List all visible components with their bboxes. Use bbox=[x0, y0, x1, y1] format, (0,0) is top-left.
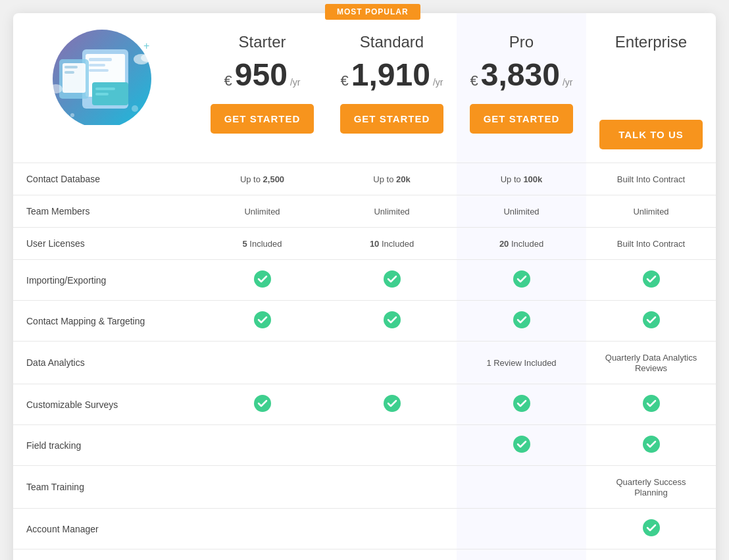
svg-point-23 bbox=[254, 311, 271, 328]
plan-name-enterprise: Enterprise bbox=[599, 33, 703, 51]
price-currency-pro: € bbox=[470, 72, 478, 89]
feature-3-plan-0 bbox=[197, 260, 327, 301]
svg-rect-12 bbox=[95, 93, 109, 95]
feature-10-plan-2: €200 Per License bbox=[457, 549, 586, 561]
svg-text:+: + bbox=[143, 40, 149, 51]
svg-point-14 bbox=[141, 54, 153, 62]
feature-row-8: Team TrainingQuarterly Success Planning bbox=[13, 466, 716, 509]
feature-row-10: Additional User Licenses€200 Per License… bbox=[13, 549, 716, 561]
svg-rect-8 bbox=[64, 66, 78, 68]
check-icon bbox=[384, 311, 401, 328]
feature-4-plan-3 bbox=[586, 301, 716, 342]
svg-rect-5 bbox=[89, 69, 109, 72]
svg-rect-3 bbox=[89, 58, 112, 61]
feature-10-plan-3: Built Into Contract bbox=[586, 549, 716, 561]
svg-point-33 bbox=[643, 519, 660, 536]
plan-name-starter: Starter bbox=[211, 33, 314, 51]
svg-point-27 bbox=[254, 395, 271, 412]
price-amount-starter: 950 bbox=[235, 59, 288, 91]
cta-button-standard[interactable]: GET STARTED bbox=[340, 104, 443, 134]
feature-1-plan-1: Unlimited bbox=[327, 195, 457, 228]
feature-1-plan-2: Unlimited bbox=[457, 195, 586, 228]
check-icon bbox=[513, 395, 530, 412]
feature-8-plan-0 bbox=[197, 466, 327, 509]
plan-name-standard: Standard bbox=[340, 33, 443, 51]
check-icon bbox=[513, 270, 530, 288]
svg-point-21 bbox=[513, 270, 530, 288]
most-popular-badge: MOST POPULAR bbox=[325, 4, 420, 20]
feature-row-0: Contact DatabaseUp to 2,500Up to 20kUp t… bbox=[13, 163, 716, 195]
price-amount-pro: 3,830 bbox=[481, 59, 560, 91]
feature-5-plan-2: 1 Review Included bbox=[457, 342, 586, 384]
feature-8-plan-1 bbox=[327, 466, 457, 509]
feature-3-plan-3 bbox=[586, 260, 716, 301]
svg-point-25 bbox=[513, 311, 530, 328]
feature-name-8: Team Training bbox=[13, 466, 197, 509]
feature-row-3: Importing/Exporting bbox=[13, 260, 716, 301]
feature-name-4: Contact Mapping & Targeting bbox=[13, 301, 197, 342]
feature-row-1: Team MembersUnlimitedUnlimitedUnlimitedU… bbox=[13, 195, 716, 228]
feature-3-plan-2 bbox=[457, 260, 586, 301]
feature-name-5: Data Analytics bbox=[13, 342, 197, 384]
feature-5-plan-0 bbox=[197, 342, 327, 384]
check-icon bbox=[643, 395, 660, 412]
check-icon bbox=[513, 436, 530, 453]
svg-rect-4 bbox=[89, 64, 105, 66]
svg-rect-11 bbox=[95, 88, 115, 90]
svg-point-32 bbox=[643, 436, 660, 453]
svg-point-30 bbox=[643, 395, 660, 412]
feature-4-plan-1 bbox=[327, 301, 457, 342]
check-icon bbox=[513, 311, 530, 328]
check-icon bbox=[254, 395, 271, 412]
feature-3-plan-1 bbox=[327, 260, 457, 301]
feature-0-plan-0: Up to 2,500 bbox=[197, 163, 327, 195]
svg-point-24 bbox=[384, 311, 401, 328]
feature-9-plan-1 bbox=[327, 509, 457, 549]
pricing-table: + Starter € 950 /yr GET STARTED bbox=[13, 13, 716, 560]
price-currency-standard: € bbox=[341, 72, 349, 89]
cta-button-pro[interactable]: GET STARTED bbox=[470, 104, 573, 134]
check-icon bbox=[384, 395, 401, 412]
feature-name-1: Team Members bbox=[13, 195, 197, 228]
price-amount-standard: 1,910 bbox=[351, 59, 430, 91]
feature-7-plan-0 bbox=[197, 425, 327, 466]
feature-row-6: Customizable Surveys bbox=[13, 384, 716, 425]
feature-6-plan-0 bbox=[197, 384, 327, 425]
feature-2-plan-3: Built Into Contract bbox=[586, 228, 716, 260]
feature-5-plan-3: Quarterly Data Analytics Reviews bbox=[586, 342, 716, 384]
plan-cell-enterprise: Enterprise TALK TO US bbox=[586, 13, 716, 163]
plan-cell-starter: Starter € 950 /yr GET STARTED bbox=[197, 13, 327, 163]
feature-4-plan-2 bbox=[457, 301, 586, 342]
svg-point-20 bbox=[384, 270, 401, 288]
check-icon bbox=[643, 519, 660, 536]
feature-1-plan-3: Unlimited bbox=[586, 195, 716, 228]
feature-row-4: Contact Mapping & Targeting bbox=[13, 301, 716, 342]
feature-row-2: User Licenses5 Included10 Included20 Inc… bbox=[13, 228, 716, 260]
feature-9-plan-3 bbox=[586, 509, 716, 549]
feature-name-2: User Licenses bbox=[13, 228, 197, 260]
feature-name-9: Account Manager bbox=[13, 509, 197, 549]
feature-name-6: Customizable Surveys bbox=[13, 384, 197, 425]
feature-5-plan-1 bbox=[327, 342, 457, 384]
feature-7-plan-2 bbox=[457, 425, 586, 466]
feature-0-plan-2: Up to 100k bbox=[457, 163, 586, 195]
cta-button-enterprise[interactable]: TALK TO US bbox=[599, 120, 703, 149]
feature-name-7: Field tracking bbox=[13, 425, 197, 466]
feature-7-plan-3 bbox=[586, 425, 716, 466]
check-icon bbox=[643, 436, 660, 453]
svg-point-22 bbox=[643, 270, 660, 288]
feature-name-0: Contact Database bbox=[13, 163, 197, 195]
feature-2-plan-1: 10 Included bbox=[327, 228, 457, 260]
feature-0-plan-1: Up to 20k bbox=[327, 163, 457, 195]
check-icon bbox=[643, 270, 660, 288]
feature-4-plan-0 bbox=[197, 301, 327, 342]
svg-point-17 bbox=[70, 113, 74, 117]
feature-8-plan-2 bbox=[457, 466, 586, 509]
plan-price-enterprise bbox=[599, 59, 703, 107]
feature-6-plan-1 bbox=[327, 384, 457, 425]
plan-price-standard: € 1,910 /yr bbox=[340, 59, 443, 91]
cta-button-starter[interactable]: GET STARTED bbox=[211, 104, 314, 134]
plan-cell-pro: Pro € 3,830 /yr GET STARTED bbox=[457, 13, 586, 163]
check-icon bbox=[254, 311, 271, 328]
logo-illustration: + bbox=[39, 20, 171, 125]
